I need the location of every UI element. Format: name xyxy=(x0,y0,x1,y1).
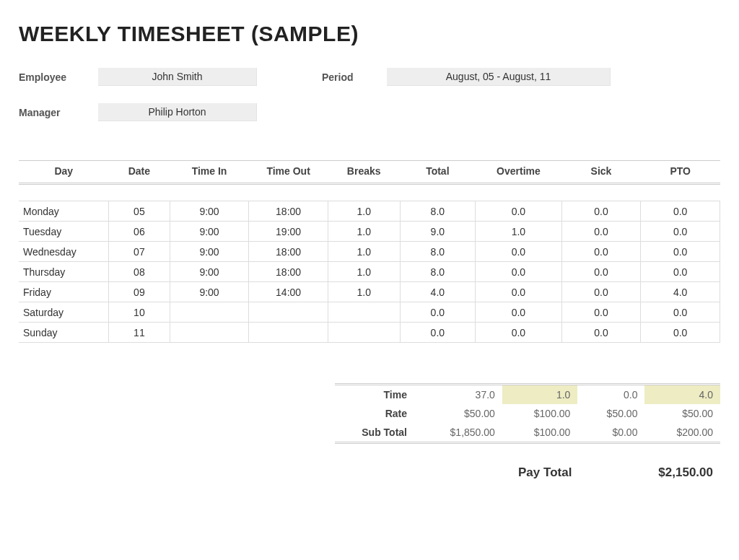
cell-overtime: 0.0 xyxy=(476,302,562,323)
employee-value[interactable]: John Smith xyxy=(98,68,257,86)
cell-time-out[interactable]: 18:00 xyxy=(249,262,328,282)
summary-rate-ot: $100.00 xyxy=(502,404,578,423)
cell-breaks[interactable] xyxy=(328,323,400,343)
table-row: Saturday100.00.00.00.0 xyxy=(19,302,720,323)
cell-breaks[interactable]: 1.0 xyxy=(328,222,400,242)
table-header-row: Day Date Time In Time Out Breaks Total O… xyxy=(19,161,720,184)
pay-total-label: Pay Total xyxy=(518,465,572,480)
cell-day: Monday xyxy=(19,201,109,222)
cell-breaks[interactable]: 1.0 xyxy=(328,262,400,282)
cell-day: Wednesday xyxy=(19,242,109,262)
col-time-out: Time Out xyxy=(249,161,328,184)
cell-date: 11 xyxy=(109,323,170,343)
table-row: Sunday110.00.00.00.0 xyxy=(19,323,720,343)
summary-rate-sick: $50.00 xyxy=(577,404,644,423)
cell-time-out[interactable] xyxy=(249,302,328,323)
summary-time-pto: 4.0 xyxy=(644,385,720,405)
summary-time-total: 37.0 xyxy=(414,385,502,405)
cell-overtime: 0.0 xyxy=(476,262,562,282)
summary-time-label: Time xyxy=(335,385,414,405)
cell-date: 10 xyxy=(109,302,170,323)
cell-sick: 0.0 xyxy=(561,262,641,282)
period-value[interactable]: August, 05 - August, 11 xyxy=(387,68,611,86)
cell-total: 8.0 xyxy=(400,242,476,262)
cell-day: Tuesday xyxy=(19,222,109,242)
cell-breaks[interactable]: 1.0 xyxy=(328,242,400,262)
summary-rate-label: Rate xyxy=(335,404,414,423)
cell-date: 08 xyxy=(109,262,170,282)
cell-total: 8.0 xyxy=(400,201,476,222)
col-pto: PTO xyxy=(641,161,720,184)
summary-time-sick: 0.0 xyxy=(577,385,644,405)
manager-label: Manager xyxy=(19,107,98,118)
cell-pto: 0.0 xyxy=(641,323,720,343)
cell-overtime: 0.0 xyxy=(476,282,562,302)
cell-pto: 0.0 xyxy=(641,201,720,222)
table-row: Friday099:0014:001.04.00.00.04.0 xyxy=(19,282,720,302)
col-overtime: Overtime xyxy=(476,161,562,184)
col-breaks: Breaks xyxy=(328,161,400,184)
cell-date: 07 xyxy=(109,242,170,262)
cell-pto: 4.0 xyxy=(641,282,720,302)
col-day: Day xyxy=(19,161,109,184)
col-time-in: Time In xyxy=(170,161,249,184)
pay-total-value: $2,150.00 xyxy=(658,465,713,480)
col-sick: Sick xyxy=(561,161,641,184)
cell-pto: 0.0 xyxy=(641,302,720,323)
cell-sick: 0.0 xyxy=(561,282,641,302)
cell-total: 8.0 xyxy=(400,262,476,282)
cell-overtime: 0.0 xyxy=(476,201,562,222)
period-label: Period xyxy=(322,71,387,83)
cell-sick: 0.0 xyxy=(561,302,641,323)
table-row: Wednesday079:0018:001.08.00.00.00.0 xyxy=(19,242,720,262)
cell-time-in[interactable]: 9:00 xyxy=(170,262,249,282)
cell-pto: 0.0 xyxy=(641,242,720,262)
summary-block: Time 37.0 1.0 0.0 4.0 Rate $50.00 $100.0… xyxy=(335,383,720,480)
cell-sick: 0.0 xyxy=(561,323,641,343)
cell-time-in[interactable]: 9:00 xyxy=(170,222,249,242)
header-fields: Employee John Smith Period August, 05 - … xyxy=(19,68,720,121)
summary-time-ot: 1.0 xyxy=(502,385,578,405)
cell-time-in[interactable]: 9:00 xyxy=(170,282,249,302)
cell-total: 4.0 xyxy=(400,282,476,302)
cell-pto: 0.0 xyxy=(641,222,720,242)
timesheet-table: Day Date Time In Time Out Breaks Total O… xyxy=(19,160,720,343)
cell-time-in[interactable]: 9:00 xyxy=(170,242,249,262)
cell-overtime: 1.0 xyxy=(476,222,562,242)
col-total: Total xyxy=(400,161,476,184)
cell-time-out[interactable] xyxy=(249,323,328,343)
cell-breaks[interactable] xyxy=(328,302,400,323)
summary-subtotal-total: $1,850.00 xyxy=(414,423,502,443)
cell-overtime: 0.0 xyxy=(476,242,562,262)
summary-subtotal-label: Sub Total xyxy=(335,423,414,443)
cell-date: 06 xyxy=(109,222,170,242)
page-title: WEEKLY TIMESHEET (SAMPLE) xyxy=(19,22,720,46)
cell-date: 05 xyxy=(109,201,170,222)
cell-breaks[interactable]: 1.0 xyxy=(328,201,400,222)
cell-time-out[interactable]: 18:00 xyxy=(249,242,328,262)
table-row: Monday059:0018:001.08.00.00.00.0 xyxy=(19,201,720,222)
cell-sick: 0.0 xyxy=(561,222,641,242)
cell-time-in[interactable] xyxy=(170,302,249,323)
cell-time-out[interactable]: 18:00 xyxy=(249,201,328,222)
cell-pto: 0.0 xyxy=(641,262,720,282)
cell-day: Friday xyxy=(19,282,109,302)
pay-total-row: Pay Total $2,150.00 xyxy=(335,465,720,480)
manager-value[interactable]: Philip Horton xyxy=(98,103,257,121)
cell-time-in[interactable] xyxy=(170,323,249,343)
cell-overtime: 0.0 xyxy=(476,323,562,343)
col-date: Date xyxy=(109,161,170,184)
cell-day: Sunday xyxy=(19,323,109,343)
cell-time-out[interactable]: 14:00 xyxy=(249,282,328,302)
cell-time-in[interactable]: 9:00 xyxy=(170,201,249,222)
cell-total: 0.0 xyxy=(400,323,476,343)
cell-total: 9.0 xyxy=(400,222,476,242)
cell-sick: 0.0 xyxy=(561,201,641,222)
summary-rate-pto: $50.00 xyxy=(644,404,720,423)
cell-time-out[interactable]: 19:00 xyxy=(249,222,328,242)
cell-breaks[interactable]: 1.0 xyxy=(328,282,400,302)
table-row: Thursday089:0018:001.08.00.00.00.0 xyxy=(19,262,720,282)
table-row: Tuesday069:0019:001.09.01.00.00.0 xyxy=(19,222,720,242)
cell-day: Saturday xyxy=(19,302,109,323)
summary-subtotal-pto: $200.00 xyxy=(644,423,720,443)
